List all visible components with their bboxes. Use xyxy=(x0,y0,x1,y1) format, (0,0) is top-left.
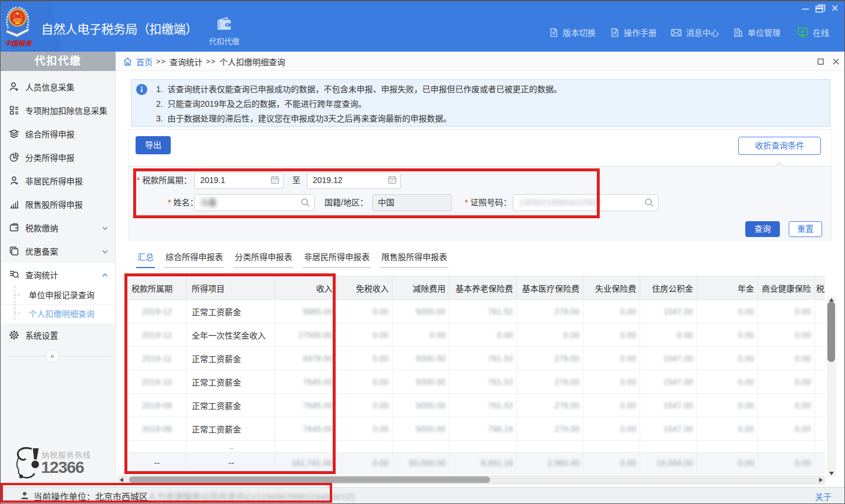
svg-text:中国税务: 中国税务 xyxy=(5,40,32,47)
